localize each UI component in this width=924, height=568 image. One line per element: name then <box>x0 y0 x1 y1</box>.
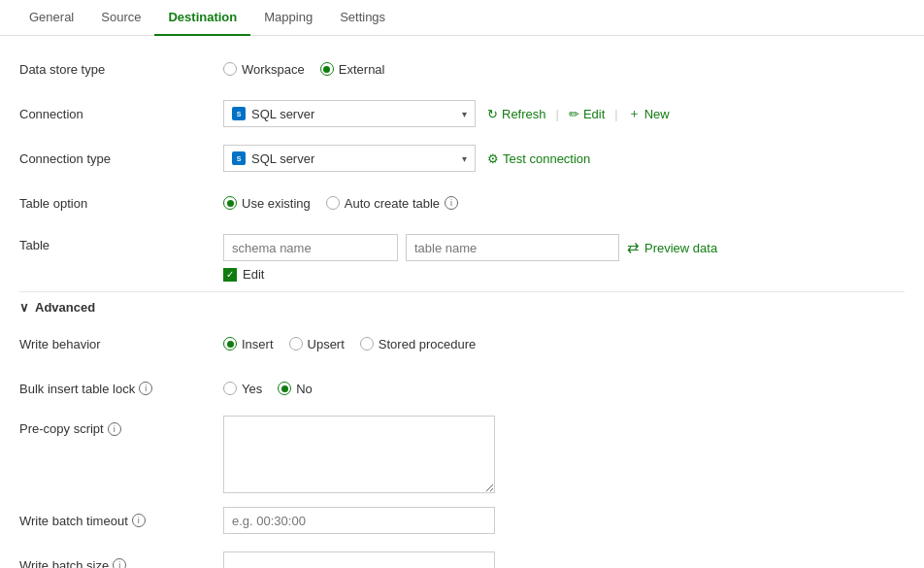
connection-control: S SQL server ▾ ↻ Refresh | ✏ Edit | ＋ Ne… <box>223 100 905 127</box>
connection-type-value: SQL server <box>251 151 314 166</box>
write-behavior-label: Write behavior <box>19 337 223 351</box>
write-batch-size-label: Write batch size i <box>19 558 223 569</box>
tab-general[interactable]: General <box>16 0 87 36</box>
radio-no-circle <box>278 382 291 395</box>
auto-create-info-icon[interactable]: i <box>445 196 458 210</box>
bulk-insert-control: Yes No <box>223 382 905 396</box>
write-batch-timeout-input[interactable] <box>223 507 495 534</box>
main-content: Data store type Workspace External Conne… <box>0 36 924 568</box>
connection-actions: ↻ Refresh | ✏ Edit | ＋ New <box>483 103 674 124</box>
tab-settings[interactable]: Settings <box>326 0 399 36</box>
radio-auto-create[interactable]: Auto create table i <box>326 196 458 211</box>
connection-type-row: Connection type S SQL server ▾ ⚙ Test co… <box>19 141 905 176</box>
radio-external-label: External <box>339 62 385 77</box>
table-name-input[interactable] <box>406 234 619 261</box>
radio-no[interactable]: No <box>278 382 313 396</box>
write-batch-timeout-label: Write batch timeout i <box>19 514 223 528</box>
write-behavior-radios: Insert Upsert Stored procedure <box>223 337 476 351</box>
schema-name-input[interactable] <box>223 234 398 261</box>
refresh-label: Refresh <box>502 107 546 121</box>
connection-dropdown-arrow: ▾ <box>462 109 467 119</box>
radio-use-existing[interactable]: Use existing <box>223 196 311 211</box>
advanced-label: Advanced <box>35 300 95 315</box>
edit-checkbox-box: ✓ <box>223 268 237 282</box>
write-batch-size-info-icon[interactable]: i <box>113 558 126 568</box>
radio-no-label: No <box>296 382 313 396</box>
test-connection-icon: ⚙ <box>487 151 499 166</box>
refresh-icon: ↻ <box>487 107 498 121</box>
radio-upsert[interactable]: Upsert <box>289 337 345 351</box>
data-store-type-row: Data store type Workspace External <box>19 51 905 86</box>
connection-dropdown-value: SQL server <box>251 107 314 121</box>
write-batch-timeout-control <box>223 507 905 534</box>
bulk-insert-info-icon[interactable]: i <box>139 382 152 395</box>
radio-stored-procedure-label: Stored procedure <box>379 337 476 351</box>
radio-auto-create-label: Auto create table <box>345 196 440 211</box>
bulk-insert-row: Bulk insert table lock i Yes No <box>19 371 905 406</box>
connection-dropdown[interactable]: S SQL server ▾ <box>223 100 476 127</box>
radio-workspace-circle <box>223 62 237 76</box>
new-icon: ＋ <box>628 105 641 122</box>
radio-use-existing-label: Use existing <box>242 196 311 211</box>
preview-data-label: Preview data <box>644 241 717 255</box>
table-option-control: Use existing Auto create table i <box>223 196 905 211</box>
bulk-insert-label: Bulk insert table lock i <box>19 382 223 396</box>
radio-workspace[interactable]: Workspace <box>223 62 305 77</box>
write-batch-size-row: Write batch size i <box>19 548 905 568</box>
edit-icon: ✏ <box>569 107 579 121</box>
tab-mapping[interactable]: Mapping <box>250 0 326 36</box>
write-behavior-control: Insert Upsert Stored procedure <box>223 337 905 351</box>
edit-checkbox-label: Edit <box>243 267 264 282</box>
pre-copy-info-icon[interactable]: i <box>108 422 121 436</box>
bulk-insert-radios: Yes No <box>223 382 313 396</box>
radio-use-existing-circle <box>223 196 237 210</box>
write-batch-size-control <box>223 551 905 568</box>
radio-stored-procedure-circle <box>360 337 374 351</box>
section-divider <box>19 291 905 292</box>
radio-yes-label: Yes <box>242 382 262 396</box>
refresh-button[interactable]: ↻ Refresh <box>483 105 550 123</box>
action-sep-1: | <box>556 107 559 121</box>
write-batch-size-input[interactable] <box>223 551 495 568</box>
radio-yes-circle <box>223 382 237 395</box>
data-store-type-control: Workspace External <box>223 62 905 77</box>
pre-copy-script-textarea[interactable] <box>223 416 495 493</box>
radio-stored-procedure[interactable]: Stored procedure <box>360 337 476 351</box>
conn-type-arrow: ▾ <box>462 153 467 164</box>
edit-checkbox[interactable]: ✓ Edit <box>223 267 264 282</box>
write-batch-timeout-info-icon[interactable]: i <box>132 514 146 527</box>
pre-copy-script-label: Pre-copy script i <box>19 416 223 436</box>
radio-external-circle <box>320 62 334 76</box>
write-behavior-row: Write behavior Insert Upsert Stored proc… <box>19 326 905 361</box>
connection-type-label: Connection type <box>19 151 223 166</box>
new-button[interactable]: ＋ New <box>624 103 674 124</box>
table-label: Table <box>19 234 223 252</box>
tab-source[interactable]: Source <box>87 0 154 36</box>
table-inputs-group: ⇄ Preview data <box>223 234 717 261</box>
edit-label: Edit <box>583 107 605 121</box>
connection-row: Connection S SQL server ▾ ↻ Refresh | ✏ … <box>19 96 905 131</box>
radio-yes[interactable]: Yes <box>223 382 262 396</box>
test-connection-label: Test connection <box>503 151 590 166</box>
pre-copy-script-row: Pre-copy script i <box>19 416 905 493</box>
table-control: ⇄ Preview data ✓ Edit <box>223 234 905 282</box>
radio-upsert-label: Upsert <box>308 337 345 351</box>
advanced-chevron-icon: ∨ <box>19 300 29 315</box>
table-option-row: Table option Use existing Auto create ta… <box>19 185 905 220</box>
tab-destination[interactable]: Destination <box>154 0 250 36</box>
preview-icon: ⇄ <box>627 239 640 256</box>
radio-insert-circle <box>223 337 237 351</box>
new-label: New <box>644 107 670 121</box>
connection-type-control: S SQL server ▾ ⚙ Test connection <box>223 145 905 172</box>
advanced-toggle[interactable]: ∨ Advanced <box>19 300 905 315</box>
connection-type-dropdown[interactable]: S SQL server ▾ <box>223 145 476 172</box>
radio-insert-label: Insert <box>242 337 274 351</box>
table-option-label: Table option <box>19 196 223 211</box>
preview-data-link[interactable]: ⇄ Preview data <box>627 239 717 256</box>
radio-upsert-circle <box>289 337 303 351</box>
edit-button[interactable]: ✏ Edit <box>565 105 609 123</box>
test-connection-button[interactable]: ⚙ Test connection <box>483 150 594 168</box>
write-batch-timeout-row: Write batch timeout i <box>19 503 905 538</box>
radio-insert[interactable]: Insert <box>223 337 274 351</box>
radio-external[interactable]: External <box>320 62 385 77</box>
